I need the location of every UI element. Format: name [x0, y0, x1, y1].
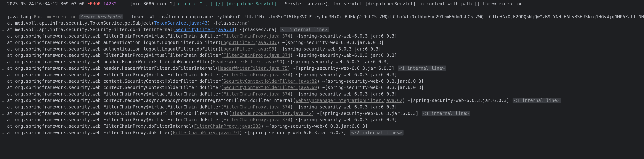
- fold-toggle-icon[interactable]: ⌄: [2, 97, 4, 104]
- blank-line: [0, 7, 644, 14]
- indent: [4, 40, 7, 45]
- frame-text: at org.springframework.security.web.cont…: [7, 79, 223, 84]
- source-link[interactable]: FilterChainProxy.java:374: [224, 72, 290, 77]
- log-level: ERROR: [87, 1, 100, 7]
- log-timestamp: 2023-05-24T16:34:12.309-03:00: [7, 1, 84, 7]
- source-link[interactable]: TokenService.java:43: [154, 21, 208, 26]
- frame-text: at org.springframework.security.web.cont…: [7, 98, 296, 103]
- frame-text: at org.springframework.security.web.cont…: [7, 85, 223, 90]
- source-link[interactable]: FilterChainProxy.java:233: [194, 124, 261, 129]
- stack-frame: ⌄ at org.springframework.security.web.he…: [0, 65, 644, 72]
- indent: [4, 72, 7, 77]
- exception-message: : Token JWT inválido ou expirado: eyJhbG…: [126, 14, 644, 20]
- stack-frame: at org.springframework.security.web.head…: [0, 59, 644, 65]
- source-link[interactable]: SecurityContextHolderFilter.java:69: [224, 85, 317, 90]
- source-link[interactable]: FilterChainProxy.java:374: [224, 34, 290, 39]
- frame-text: at org.springframework.security.web.Filt…: [7, 72, 223, 77]
- frame-text: at org.springframework.security.web.sess…: [7, 111, 232, 116]
- log-sep: :: [280, 1, 282, 7]
- log-logger: o.a.c.c.C.[.[.[/].[dispatcherServlet]: [178, 1, 277, 7]
- frame-suffix: ) ~[spring-security-web-6.0.3.jar:6.0.3]: [282, 59, 389, 64]
- stack-frame: at org.springframework.security.web.Filt…: [0, 52, 644, 59]
- source-link[interactable]: HeaderWriterFilter.java:90: [213, 59, 282, 64]
- log-message: Servlet.service() for servlet [dispatche…: [285, 1, 522, 7]
- indent: [4, 124, 7, 129]
- frame-text: at org.springframework.security.web.Filt…: [7, 117, 223, 122]
- frame-suffix: ) ~[spring-security-web-6.0.3.jar:6.0.3]: [290, 91, 397, 97]
- stack-frame: at org.springframework.security.web.Filt…: [0, 104, 644, 110]
- frame-suffix: ) ~[spring-security-web-6.0.3.jar:6.0.3]: [290, 72, 397, 77]
- frame-text: at med.voll.api.infra.security.SecurityF…: [7, 27, 175, 32]
- source-link[interactable]: FilterChainProxy.java:374: [224, 91, 290, 97]
- frame-text: at org.springframework.security.web.Filt…: [7, 124, 194, 129]
- internal-lines-hint[interactable]: <1 internal line>: [512, 98, 561, 103]
- frame-suffix: ) ~[spring-security-web-6.0.3.jar:6.0.3]: [274, 47, 381, 52]
- log-header-line: 2023-05-24T16:34:12.309-03:00 ERROR 1423…: [0, 1, 644, 7]
- indent: [4, 85, 7, 90]
- indent: [4, 98, 7, 103]
- source-link[interactable]: HeaderWriterFilter.java:75: [218, 66, 288, 71]
- internal-lines-hint[interactable]: <1 internal line>: [422, 111, 470, 116]
- frame-suffix: ) ~[spring-security-web-6.0.3.jar:6.0.3]: [290, 104, 397, 110]
- indent: [4, 34, 7, 39]
- indent: [4, 117, 7, 122]
- stack-frame: at org.springframework.security.web.Filt…: [0, 91, 644, 97]
- internal-lines-hint[interactable]: <1 internal line>: [398, 66, 446, 71]
- create-breakpoint-hint[interactable]: Create breakpoint: [79, 15, 123, 20]
- source-link[interactable]: DisableEncodeUrlFilter.java:42: [232, 111, 312, 116]
- source-link[interactable]: FilterChainProxy.java:191: [173, 130, 239, 135]
- indent: [4, 27, 7, 32]
- frame-suffix: ) ~[spring-security-web-6.0.3.jar:6.0.3]: [240, 130, 346, 135]
- indent: [4, 104, 7, 110]
- stack-frame: at org.springframework.security.web.Filt…: [0, 123, 644, 129]
- stack-frame: ⌄ at org.springframework.security.web.se…: [0, 110, 644, 117]
- indent: [4, 130, 7, 135]
- indent: [4, 66, 7, 71]
- frame-suffix: ) ~[classes/:na]: [208, 21, 250, 26]
- indent: [4, 111, 7, 116]
- stack-frame: at org.springframework.security.web.auth…: [0, 46, 644, 52]
- indent: [4, 21, 7, 26]
- frame-suffix: ) ~[spring-security-web-6.0.3.jar:6.0.3]: [277, 40, 384, 45]
- source-link[interactable]: FilterChainProxy.java:374: [224, 117, 290, 122]
- fold-toggle-icon[interactable]: ⌄: [2, 129, 4, 136]
- frame-suffix: ) ~[spring-security-web-6.0.3.jar:6.0.3]: [317, 85, 424, 90]
- frame-suffix: ) ~[spring-security-web-6.0.3.jar:6.0.3]: [312, 111, 418, 116]
- frame-text: at org.springframework.security.web.Filt…: [7, 34, 223, 39]
- exception-name[interactable]: RuntimeException: [34, 14, 76, 20]
- internal-lines-hint[interactable]: <1 internal line>: [280, 27, 329, 32]
- fold-toggle-icon[interactable]: ⌄: [2, 110, 4, 117]
- source-link[interactable]: LogoutFilter.java:107: [221, 40, 277, 45]
- frame-text: at org.springframework.security.web.Filt…: [7, 104, 223, 110]
- indent: [4, 91, 7, 97]
- frame-suffix: ) ~[spring-security-web-6.0.3.jar:6.0.3]: [290, 34, 397, 39]
- fold-toggle-icon[interactable]: ⌄: [2, 65, 4, 72]
- source-link[interactable]: WebAsyncManagerIntegrationFilter.java:62: [296, 98, 402, 103]
- stack-frame: at org.springframework.security.web.cont…: [0, 78, 644, 85]
- fold-toggle-icon[interactable]: ⌄: [2, 27, 4, 33]
- frame-text: at org.springframework.security.web.Filt…: [7, 53, 223, 58]
- source-link[interactable]: FilterChainProxy.java:374: [224, 53, 290, 58]
- frame-text: at org.springframework.security.web.head…: [7, 66, 218, 71]
- indent: [4, 59, 7, 64]
- internal-lines-hint[interactable]: <32 internal lines>: [350, 130, 404, 135]
- frame-text: at org.springframework.security.web.Filt…: [7, 130, 173, 135]
- stack-frame: at org.springframework.security.web.Filt…: [0, 33, 644, 39]
- stack-frame: ⌄ at med.voll.api.infra.security.Securit…: [0, 27, 644, 33]
- stack-frame: at org.springframework.security.web.Filt…: [0, 72, 644, 78]
- frame-suffix: ) ~[spring-security-web-6.0.3.jar:6.0.3]: [290, 53, 397, 58]
- frame-text: at org.springframework.security.web.auth…: [7, 40, 221, 45]
- log-dashes: ---: [119, 1, 127, 7]
- indent: [4, 53, 7, 58]
- source-link[interactable]: SecurityFilter.java:30: [176, 27, 234, 32]
- source-link[interactable]: FilterChainProxy.java:374: [224, 104, 290, 110]
- source-link[interactable]: SecurityContextHolderFilter.java:82: [224, 79, 317, 84]
- stack-frame: at org.springframework.security.web.cont…: [0, 84, 644, 91]
- stack-frame: ⌄ at org.springframework.security.web.co…: [0, 97, 644, 104]
- indent: [4, 47, 7, 52]
- indent: [4, 79, 7, 84]
- frame-text: at org.springframework.security.web.Filt…: [7, 91, 223, 97]
- frame-suffix: ) ~[spring-security-web-6.0.3.jar:6.0.3]: [402, 98, 509, 103]
- frame-suffix: ) ~[spring-security-web-6.0.3.jar:6.0.3]: [288, 66, 394, 71]
- source-link[interactable]: LogoutFilter.java:93: [221, 47, 274, 52]
